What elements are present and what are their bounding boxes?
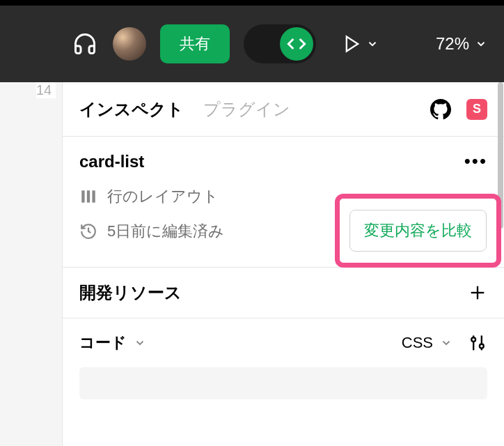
- zoom-control[interactable]: 72%: [436, 34, 487, 54]
- svg-marker-0: [347, 37, 358, 52]
- svg-rect-2: [87, 190, 90, 202]
- edited-label: 5日前に編集済み: [107, 221, 224, 242]
- svg-point-9: [480, 344, 484, 348]
- storybook-badge[interactable]: S: [466, 99, 487, 120]
- app-topbar: 共有 72%: [0, 0, 504, 82]
- lang-label: CSS: [402, 334, 433, 352]
- lang-selector[interactable]: CSS: [402, 334, 452, 352]
- code-output[interactable]: [79, 367, 487, 399]
- add-resource-icon[interactable]: [468, 283, 487, 302]
- code-dropdown-icon[interactable]: [134, 337, 146, 349]
- user-avatar[interactable]: [113, 27, 146, 61]
- more-menu[interactable]: •••: [464, 151, 487, 172]
- dev-resources-title: 開発リソース: [79, 282, 182, 304]
- history-icon: [79, 222, 97, 240]
- inspect-panel: インスペクト プラグイン S card-list ••• 行のレイアウト 5日前…: [63, 82, 504, 446]
- lang-dropdown-icon: [440, 337, 452, 349]
- frame-number: 14: [36, 82, 56, 98]
- layout-label: 行のレイアウト: [107, 186, 219, 207]
- compare-changes-button[interactable]: 変更内容を比較: [349, 210, 487, 252]
- devmode-icon: [280, 27, 313, 61]
- code-section: コード CSS: [63, 318, 504, 413]
- present-button[interactable]: [342, 34, 379, 54]
- github-icon[interactable]: [430, 99, 451, 120]
- share-button[interactable]: 共有: [160, 24, 230, 63]
- selection-section: card-list ••• 行のレイアウト 5日前に編集済み 変更内容を比較: [63, 137, 504, 268]
- tab-plugins[interactable]: プラグイン: [203, 98, 290, 121]
- panel-tabs: インスペクト プラグイン S: [63, 82, 504, 137]
- svg-rect-1: [81, 190, 84, 202]
- selection-name: card-list: [79, 152, 144, 171]
- dev-resources-section: 開発リソース: [63, 268, 504, 318]
- zoom-value: 72%: [436, 34, 469, 54]
- compare-highlight: 変更内容を比較: [335, 194, 501, 268]
- svg-rect-3: [92, 190, 95, 202]
- canvas-area[interactable]: [0, 82, 63, 446]
- autolayout-icon: [79, 187, 97, 206]
- headphones-icon[interactable]: [71, 30, 99, 58]
- code-settings-icon[interactable]: [468, 333, 487, 353]
- tab-inspect[interactable]: インスペクト: [79, 98, 184, 121]
- devmode-toggle[interactable]: [244, 24, 316, 63]
- svg-point-7: [471, 337, 475, 341]
- code-title: コード: [79, 332, 127, 353]
